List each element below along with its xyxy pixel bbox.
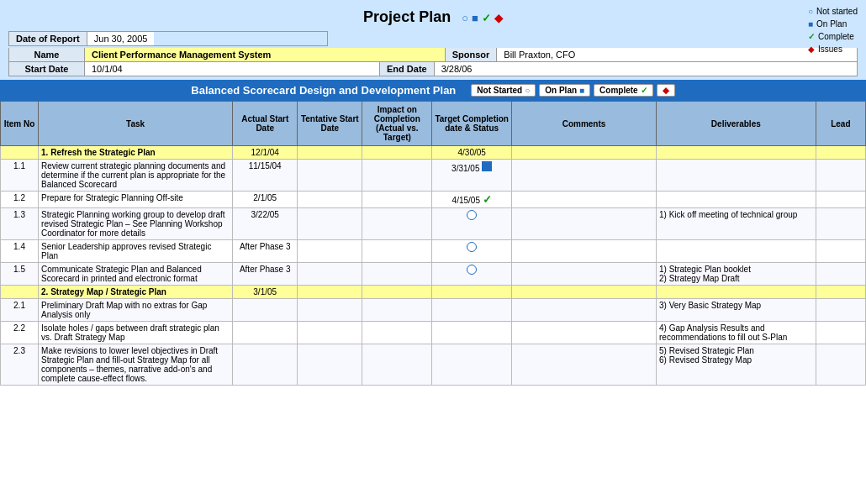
col-header-comments: Comments [512, 102, 657, 146]
badge-issues[interactable]: ◆ [657, 84, 675, 97]
section-header: Balanced Scorecard Design and Developmen… [0, 80, 866, 101]
table-row: 2.1 Preliminary Draft Map with no extras… [1, 299, 866, 322]
cell-comments [512, 322, 657, 344]
badge-complete[interactable]: Complete ✓ [594, 84, 653, 97]
name-label: Name [9, 48, 85, 61]
table-row: 2.2 Isolate holes / gaps between draft s… [1, 322, 866, 344]
badge-not-started[interactable]: Not Started ○ [471, 84, 536, 97]
cell-actual-start: 3/22/05 [233, 208, 298, 240]
cell-impact [362, 286, 432, 299]
cell-tentative-start [298, 263, 362, 286]
status-square-icon [482, 161, 492, 171]
cell-itemno [1, 146, 39, 160]
cell-itemno: 2.1 [1, 299, 39, 322]
cell-lead [816, 263, 865, 286]
sponsor-value: Bill Praxton, CFO [497, 48, 857, 61]
not-started-icon: ○ [808, 5, 813, 18]
cell-target: 4/15/05 ✓ [432, 192, 512, 208]
on-plan-label: On Plan [816, 18, 847, 30]
cell-task: Prepare for Strategic Planning Off-site [39, 192, 233, 208]
cell-tentative-start [298, 160, 362, 192]
table-row: 1.2 Prepare for Strategic Planning Off-s… [1, 192, 866, 208]
page-title: Project Plan ○ ■ ✓ ◆ [8, 5, 858, 28]
cell-task: Isolate holes / gaps between draft strat… [39, 322, 233, 344]
col-header-tentative-start: Tentative Start Date [298, 102, 362, 146]
cell-lead [816, 344, 865, 386]
cell-tentative-start [298, 192, 362, 208]
section-header-text: Balanced Scorecard Design and Developmen… [191, 84, 456, 97]
cell-comments [512, 263, 657, 286]
issues-label: Issues [818, 43, 842, 55]
cell-target [432, 322, 512, 344]
cell-tentative-start [298, 146, 362, 160]
cell-actual-start: 2/1/05 [233, 192, 298, 208]
check-icon: ✓ [482, 12, 491, 24]
cell-lead [816, 299, 865, 322]
legend-on-plan: ■ On Plan [808, 18, 858, 30]
start-value: 10/1/04 [85, 62, 379, 76]
cell-tentative-start [298, 344, 362, 386]
cell-deliverables [656, 146, 816, 160]
legend-complete: ✓ Complete [808, 30, 858, 43]
on-plan-icon: ■ [808, 18, 813, 30]
cell-target [432, 286, 512, 299]
cell-target [432, 299, 512, 322]
col-header-deliverables: Deliverables [656, 102, 816, 146]
cell-itemno: 1.1 [1, 160, 39, 192]
cell-impact [362, 344, 432, 386]
square-icon: ■ [472, 12, 478, 24]
cell-task: 2. Strategy Map / Strategic Plan [39, 286, 233, 299]
table-row: 1.3 Strategic Planning working group to … [1, 208, 866, 240]
cell-task: Make revisions to lower level objectives… [39, 344, 233, 386]
cell-impact [362, 192, 432, 208]
cell-task: Strategic Planning working group to deve… [39, 208, 233, 240]
status-badges: Not Started ○ On Plan ■ Complete ✓ ◆ [471, 84, 674, 97]
not-started-label: Not started [816, 5, 858, 18]
legend-not-started: ○ Not started [808, 5, 858, 18]
cell-impact [362, 160, 432, 192]
cell-itemno: 1.4 [1, 240, 39, 263]
cell-comments [512, 286, 657, 299]
cell-lead [816, 240, 865, 263]
table-row: 2.3 Make revisions to lower level object… [1, 344, 866, 386]
complete-icon: ✓ [808, 30, 815, 43]
cell-itemno: 2.3 [1, 344, 39, 386]
cell-comments [512, 299, 657, 322]
cell-actual-start: 12/1/04 [233, 146, 298, 160]
badge-on-plan[interactable]: On Plan ■ [539, 84, 590, 97]
cell-itemno: 1.3 [1, 208, 39, 240]
cell-actual-start: 3/1/05 [233, 286, 298, 299]
col-header-actual-start: Actual Start Date [233, 102, 298, 146]
cell-comments [512, 344, 657, 386]
cell-actual-start [233, 322, 298, 344]
header-area: Project Plan ○ ■ ✓ ◆ ○ Not started ■ On … [0, 0, 866, 80]
col-header-lead: Lead [816, 102, 865, 146]
table-row: 1.4 Senior Leadership approves revised S… [1, 240, 866, 263]
table-row: 1. Refresh the Strategic Plan 12/1/04 4/… [1, 146, 866, 160]
cell-actual-start: After Phase 3 [233, 263, 298, 286]
diamond-icon: ◆ [494, 12, 503, 24]
cell-lead [816, 286, 865, 299]
cell-deliverables [656, 286, 816, 299]
cell-deliverables: 1) Strategic Plan booklet2) Strategy Map… [656, 263, 816, 286]
title-icons: ○ ■ ✓ ◆ [462, 12, 503, 24]
status-circle-icon [467, 210, 477, 220]
cell-target [432, 263, 512, 286]
cell-deliverables [656, 240, 816, 263]
cell-itemno: 2.2 [1, 322, 39, 344]
end-value: 3/28/06 [435, 62, 857, 76]
start-label: Start Date [9, 62, 85, 76]
date-label: Date of Report [9, 32, 87, 45]
cell-itemno: 1.5 [1, 263, 39, 286]
cell-lead [816, 160, 865, 192]
complete-label: Complete [818, 30, 854, 43]
legend: ○ Not started ■ On Plan ✓ Complete ◆ Iss… [808, 5, 858, 55]
title-text: Project Plan [363, 8, 451, 25]
cell-target: 4/30/05 [432, 146, 512, 160]
cell-deliverables: 4) Gap Analysis Results and recommendati… [656, 322, 816, 344]
table-row: 2. Strategy Map / Strategic Plan 3/1/05 [1, 286, 866, 299]
cell-target [432, 344, 512, 386]
cell-comments [512, 146, 657, 160]
cell-itemno [1, 286, 39, 299]
cell-comments [512, 208, 657, 240]
